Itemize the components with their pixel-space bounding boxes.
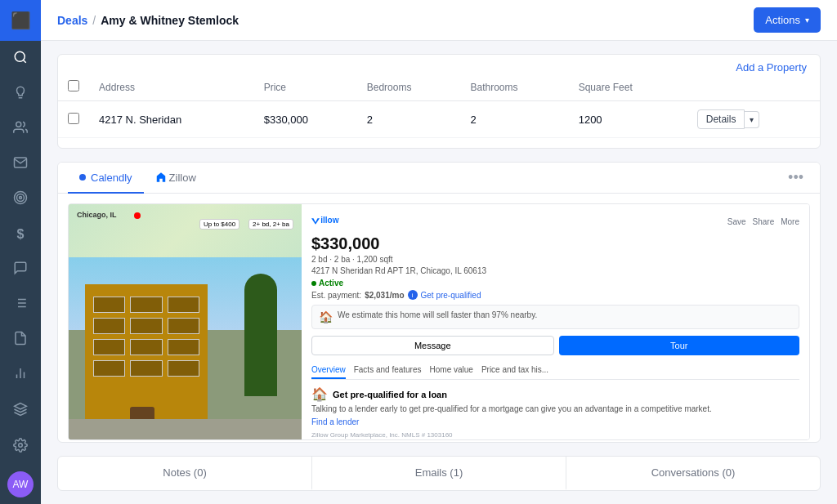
sidebar-item-people[interactable] xyxy=(0,111,41,146)
breadcrumb: Deals / Amy & Whitney Stemlock xyxy=(57,14,239,27)
share-link[interactable]: Share xyxy=(753,217,775,226)
zillow-tab-facts[interactable]: Facts and features xyxy=(354,362,422,379)
map-city-label: Chicago, IL xyxy=(77,211,117,219)
bottom-tab-notes[interactable]: Notes (0) xyxy=(58,457,312,490)
more-link[interactable]: More xyxy=(781,217,799,226)
prequalify-link[interactable]: Get pre-qualified xyxy=(421,291,481,300)
zillow-left-panel: Chicago, IL Up to $400 2+ bd, 2+ ba xyxy=(69,204,302,439)
details-button[interactable]: Details xyxy=(697,109,745,129)
prequal-body: Talking to a lender early to get pre-qua… xyxy=(311,404,799,413)
zillow-brand-row: illow Save Share More xyxy=(311,214,799,230)
target-icon xyxy=(13,190,28,208)
row-bathrooms: 2 xyxy=(461,101,569,138)
breadcrumb-separator: / xyxy=(92,14,96,27)
sidebar-item-chart[interactable] xyxy=(0,358,41,393)
map-pin xyxy=(134,212,141,219)
sidebar-item-document[interactable] xyxy=(0,323,41,358)
tabs-header: Calendly Zillow ••• xyxy=(58,163,820,194)
tab-calendly-label: Calendly xyxy=(91,172,132,184)
tab-zillow[interactable]: Zillow xyxy=(144,163,208,194)
details-caret-icon: ▾ xyxy=(750,115,754,124)
bottom-tabs-card: Notes (0) Emails (1) Conversations (0) xyxy=(57,456,821,491)
info-icon: i xyxy=(408,290,418,300)
avatar[interactable]: AW xyxy=(7,471,34,497)
map-area: Chicago, IL Up to $400 2+ bd, 2+ ba xyxy=(69,204,302,257)
sidebar-item-settings[interactable] xyxy=(0,429,41,465)
settings-icon xyxy=(13,438,28,456)
sidebar-item-search[interactable] xyxy=(0,41,41,76)
header: Deals / Amy & Whitney Stemlock Actions ▾ xyxy=(41,0,837,41)
bottom-tab-conversations[interactable]: Conversations (0) xyxy=(566,457,820,490)
zillow-logo: illow xyxy=(311,214,352,230)
people-icon xyxy=(13,120,28,138)
tabs-more-menu[interactable]: ••• xyxy=(781,163,810,193)
svg-point-5 xyxy=(20,196,22,198)
map-beds-badge: 2+ bd, 2+ ba xyxy=(248,219,293,230)
est-value: $2,031/mo xyxy=(365,291,404,300)
details-dropdown-button[interactable]: ▾ xyxy=(745,111,759,128)
zillow-right-panel: illow Save Share More $330,000 2 bd · 2 … xyxy=(302,204,809,439)
layers-icon xyxy=(13,402,28,420)
zillow-content: Chicago, IL Up to $400 2+ bd, 2+ ba xyxy=(58,194,820,443)
row-bedrooms: 2 xyxy=(357,101,461,138)
table-row: 4217 N. Sheridan $330,000 2 2 1200 Detai… xyxy=(58,101,820,138)
content-area: Add a Property Address Price Bedrooms Ba… xyxy=(41,41,837,504)
zillow-meta: 2 bd · 2 ba · 1,200 sqft xyxy=(311,255,799,264)
svg-point-16 xyxy=(19,444,23,448)
col-actions xyxy=(687,74,820,101)
zillow-prequal-section: 🏠 Get pre-qualified for a loan Talking t… xyxy=(311,386,799,439)
save-link[interactable]: Save xyxy=(727,217,746,226)
zillow-nav-tabs: Overview Facts and features Home value P… xyxy=(311,362,799,380)
zillow-embed: Chicago, IL Up to $400 2+ bd, 2+ ba xyxy=(68,203,810,440)
sidebar-item-dollar[interactable]: $ xyxy=(0,216,41,252)
add-property-link[interactable]: Add a Property xyxy=(736,61,807,74)
dollar-icon: $ xyxy=(17,227,25,242)
row-address: 4217 N. Sheridan xyxy=(89,101,254,138)
breadcrumb-contact-name: Amy & Whitney Stemlock xyxy=(101,14,239,27)
actions-button[interactable]: Actions ▾ xyxy=(754,7,821,33)
row-sqft: 1200 xyxy=(569,101,687,138)
col-address: Address xyxy=(89,74,254,101)
breadcrumb-deals-link[interactable]: Deals xyxy=(57,14,87,27)
building-photo xyxy=(69,257,302,439)
sidebar-item-target[interactable] xyxy=(0,181,41,216)
bottom-tab-row: Notes (0) Emails (1) Conversations (0) xyxy=(58,457,820,490)
zillow-tab-price-tax[interactable]: Price and tax his... xyxy=(481,362,548,379)
zillow-notice: 🏠 We estimate this home will sell faster… xyxy=(311,305,799,329)
chart-icon xyxy=(13,366,28,384)
map-price-badge: Up to $400 xyxy=(199,219,239,230)
bottom-tab-emails[interactable]: Emails (1) xyxy=(312,457,566,490)
message-button[interactable]: Message xyxy=(311,336,554,355)
tour-button[interactable]: Tour xyxy=(559,336,800,355)
property-table: Address Price Bedrooms Bathrooms Square … xyxy=(58,74,820,138)
list-icon xyxy=(13,296,28,314)
col-bathrooms: Bathrooms xyxy=(461,74,569,101)
sidebar-item-layers[interactable] xyxy=(0,393,41,429)
svg-line-1 xyxy=(23,60,25,62)
zillow-address: 4217 N Sheridan Rd APT 1R, Chicago, IL 6… xyxy=(311,266,799,275)
row-checkbox[interactable] xyxy=(68,113,79,124)
prequal-title-row: 🏠 Get pre-qualified for a loan xyxy=(311,386,799,402)
svg-text:illow: illow xyxy=(320,216,338,225)
zillow-action-buttons: Message Tour xyxy=(311,336,799,355)
home-icon: 🏠 xyxy=(319,310,333,323)
sidebar-logo: ⬛ xyxy=(0,0,41,41)
zillow-status: Active xyxy=(311,279,799,288)
zillow-tab-value[interactable]: Home value xyxy=(430,362,473,379)
actions-chevron-icon: ▾ xyxy=(805,16,809,25)
zillow-price: $330,000 xyxy=(311,234,799,253)
lightbulb-icon xyxy=(13,85,28,103)
zillow-est-payment: Est. payment: $2,031/mo i Get pre-qualif… xyxy=(311,290,799,300)
find-lender-link[interactable]: Find a lender xyxy=(311,417,359,426)
select-all-checkbox[interactable] xyxy=(68,80,79,91)
search-icon xyxy=(13,50,28,68)
col-price: Price xyxy=(254,74,357,101)
sidebar-item-bulb[interactable] xyxy=(0,76,41,111)
sidebar-item-list[interactable] xyxy=(0,288,41,323)
tab-calendly[interactable]: Calendly xyxy=(68,163,144,194)
sidebar-item-chat[interactable] xyxy=(0,252,41,288)
sidebar-item-mail[interactable] xyxy=(0,146,41,181)
zillow-tab-overview[interactable]: Overview xyxy=(311,362,346,379)
active-status-dot xyxy=(311,281,316,286)
details-button-group: Details ▾ xyxy=(697,109,810,129)
